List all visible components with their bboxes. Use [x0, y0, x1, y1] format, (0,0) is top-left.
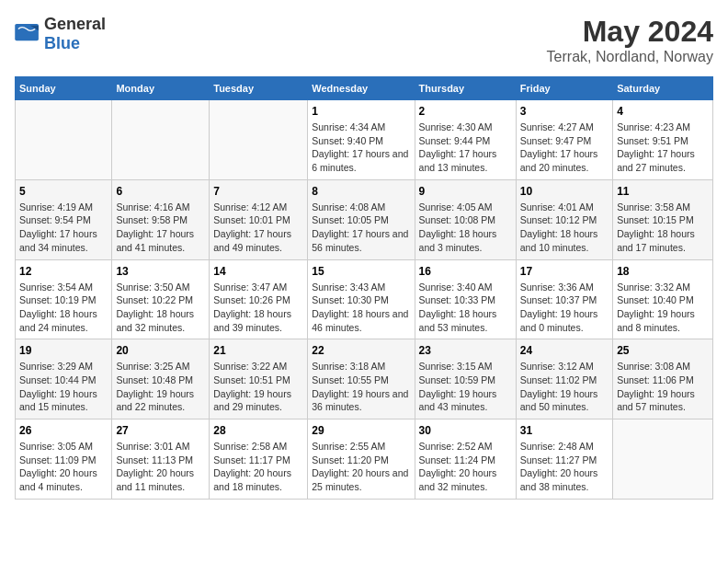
day-cell: 3Sunrise: 4:27 AM Sunset: 9:47 PM Daylig…	[516, 100, 612, 180]
day-cell: 27Sunrise: 3:01 AM Sunset: 11:13 PM Dayl…	[112, 419, 210, 500]
day-detail: Sunrise: 3:43 AM Sunset: 10:30 PM Daylig…	[312, 281, 410, 335]
day-cell: 25Sunrise: 3:08 AM Sunset: 11:06 PM Dayl…	[613, 339, 713, 419]
day-cell	[210, 100, 308, 180]
day-number: 20	[116, 344, 205, 357]
day-cell: 31Sunrise: 2:48 AM Sunset: 11:27 PM Dayl…	[516, 419, 612, 500]
day-detail: Sunrise: 4:27 AM Sunset: 9:47 PM Dayligh…	[520, 121, 609, 175]
day-detail: Sunrise: 4:23 AM Sunset: 9:51 PM Dayligh…	[617, 121, 709, 175]
calendar-body: 1Sunrise: 4:34 AM Sunset: 9:40 PM Daylig…	[16, 100, 713, 500]
day-number: 2	[419, 105, 512, 118]
day-detail: Sunrise: 4:01 AM Sunset: 10:12 PM Daylig…	[520, 201, 609, 255]
day-detail: Sunrise: 3:36 AM Sunset: 10:37 PM Daylig…	[520, 281, 609, 335]
day-detail: Sunrise: 3:15 AM Sunset: 10:59 PM Daylig…	[419, 360, 512, 414]
week-row: 12Sunrise: 3:54 AM Sunset: 10:19 PM Dayl…	[16, 259, 713, 339]
day-detail: Sunrise: 3:29 AM Sunset: 10:44 PM Daylig…	[19, 360, 108, 414]
day-detail: Sunrise: 3:40 AM Sunset: 10:33 PM Daylig…	[419, 281, 512, 335]
logo-blue: Blue	[44, 34, 80, 52]
day-number: 13	[116, 265, 205, 278]
day-detail: Sunrise: 3:54 AM Sunset: 10:19 PM Daylig…	[19, 281, 108, 335]
day-detail: Sunrise: 3:22 AM Sunset: 10:51 PM Daylig…	[213, 360, 303, 414]
day-detail: Sunrise: 4:34 AM Sunset: 9:40 PM Dayligh…	[312, 121, 410, 175]
day-number: 17	[520, 265, 609, 278]
day-cell: 11Sunrise: 3:58 AM Sunset: 10:15 PM Dayl…	[613, 179, 713, 259]
day-cell: 14Sunrise: 3:47 AM Sunset: 10:26 PM Dayl…	[210, 259, 308, 339]
weekday-header: Wednesday	[308, 77, 415, 100]
logo: General Blue	[15, 15, 106, 53]
weekday-header: Friday	[516, 77, 612, 100]
day-cell: 8Sunrise: 4:08 AM Sunset: 10:05 PM Dayli…	[308, 179, 415, 259]
day-number: 30	[419, 424, 512, 437]
weekday-header: Sunday	[16, 77, 112, 100]
weekday-header: Saturday	[613, 77, 713, 100]
day-number: 3	[520, 105, 609, 118]
day-detail: Sunrise: 3:18 AM Sunset: 10:55 PM Daylig…	[312, 360, 410, 414]
day-number: 23	[419, 344, 512, 357]
calendar-header: SundayMondayTuesdayWednesdayThursdayFrid…	[16, 77, 713, 100]
day-cell: 6Sunrise: 4:16 AM Sunset: 9:58 PM Daylig…	[112, 179, 210, 259]
day-number: 21	[213, 344, 303, 357]
weekday-header: Tuesday	[210, 77, 308, 100]
day-cell: 1Sunrise: 4:34 AM Sunset: 9:40 PM Daylig…	[308, 100, 415, 180]
day-cell: 21Sunrise: 3:22 AM Sunset: 10:51 PM Dayl…	[210, 339, 308, 419]
day-detail: Sunrise: 3:25 AM Sunset: 10:48 PM Daylig…	[116, 360, 205, 414]
calendar-table: SundayMondayTuesdayWednesdayThursdayFrid…	[15, 76, 713, 500]
day-cell: 20Sunrise: 3:25 AM Sunset: 10:48 PM Dayl…	[112, 339, 210, 419]
day-cell: 7Sunrise: 4:12 AM Sunset: 10:01 PM Dayli…	[210, 179, 308, 259]
day-cell: 2Sunrise: 4:30 AM Sunset: 9:44 PM Daylig…	[415, 100, 516, 180]
day-number: 8	[312, 185, 410, 198]
day-number: 11	[617, 185, 709, 198]
day-number: 25	[617, 344, 709, 357]
day-cell: 19Sunrise: 3:29 AM Sunset: 10:44 PM Dayl…	[16, 339, 112, 419]
day-number: 15	[312, 265, 410, 278]
day-number: 7	[213, 185, 303, 198]
day-detail: Sunrise: 3:47 AM Sunset: 10:26 PM Daylig…	[213, 281, 303, 335]
day-detail: Sunrise: 2:55 AM Sunset: 11:20 PM Daylig…	[312, 440, 410, 494]
day-number: 1	[312, 105, 410, 118]
header-row: SundayMondayTuesdayWednesdayThursdayFrid…	[16, 77, 713, 100]
day-cell: 28Sunrise: 2:58 AM Sunset: 11:17 PM Dayl…	[210, 419, 308, 500]
day-detail: Sunrise: 2:48 AM Sunset: 11:27 PM Daylig…	[520, 440, 609, 494]
day-cell: 24Sunrise: 3:12 AM Sunset: 11:02 PM Dayl…	[516, 339, 612, 419]
day-number: 29	[312, 424, 410, 437]
day-detail: Sunrise: 4:12 AM Sunset: 10:01 PM Daylig…	[213, 201, 303, 255]
day-number: 6	[116, 185, 205, 198]
day-number: 27	[116, 424, 205, 437]
day-cell	[16, 100, 112, 180]
weekday-header: Monday	[112, 77, 210, 100]
day-detail: Sunrise: 4:05 AM Sunset: 10:08 PM Daylig…	[419, 201, 512, 255]
day-cell: 5Sunrise: 4:19 AM Sunset: 9:54 PM Daylig…	[16, 179, 112, 259]
day-cell: 30Sunrise: 2:52 AM Sunset: 11:24 PM Dayl…	[415, 419, 516, 500]
day-number: 4	[617, 105, 709, 118]
day-cell: 16Sunrise: 3:40 AM Sunset: 10:33 PM Dayl…	[415, 259, 516, 339]
day-detail: Sunrise: 3:58 AM Sunset: 10:15 PM Daylig…	[617, 201, 709, 255]
title-area: May 2024 Terrak, Nordland, Norway	[547, 15, 713, 65]
day-number: 10	[520, 185, 609, 198]
day-detail: Sunrise: 2:58 AM Sunset: 11:17 PM Daylig…	[213, 440, 303, 494]
day-cell	[613, 419, 713, 500]
day-cell: 18Sunrise: 3:32 AM Sunset: 10:40 PM Dayl…	[613, 259, 713, 339]
day-detail: Sunrise: 3:50 AM Sunset: 10:22 PM Daylig…	[116, 281, 205, 335]
main-title: May 2024	[547, 15, 713, 49]
day-detail: Sunrise: 3:08 AM Sunset: 11:06 PM Daylig…	[617, 360, 709, 414]
day-cell: 10Sunrise: 4:01 AM Sunset: 10:12 PM Dayl…	[516, 179, 612, 259]
day-cell: 4Sunrise: 4:23 AM Sunset: 9:51 PM Daylig…	[613, 100, 713, 180]
day-detail: Sunrise: 3:05 AM Sunset: 11:09 PM Daylig…	[19, 440, 108, 494]
day-cell: 15Sunrise: 3:43 AM Sunset: 10:30 PM Dayl…	[308, 259, 415, 339]
day-cell: 23Sunrise: 3:15 AM Sunset: 10:59 PM Dayl…	[415, 339, 516, 419]
day-number: 14	[213, 265, 303, 278]
day-number: 12	[19, 265, 108, 278]
day-cell: 9Sunrise: 4:05 AM Sunset: 10:08 PM Dayli…	[415, 179, 516, 259]
day-cell: 29Sunrise: 2:55 AM Sunset: 11:20 PM Dayl…	[308, 419, 415, 500]
day-detail: Sunrise: 3:01 AM Sunset: 11:13 PM Daylig…	[116, 440, 205, 494]
day-number: 18	[617, 265, 709, 278]
day-cell: 17Sunrise: 3:36 AM Sunset: 10:37 PM Dayl…	[516, 259, 612, 339]
day-cell: 26Sunrise: 3:05 AM Sunset: 11:09 PM Dayl…	[16, 419, 112, 500]
weekday-header: Thursday	[415, 77, 516, 100]
day-detail: Sunrise: 4:30 AM Sunset: 9:44 PM Dayligh…	[419, 121, 512, 175]
day-number: 16	[419, 265, 512, 278]
day-number: 9	[419, 185, 512, 198]
day-number: 24	[520, 344, 609, 357]
logo-text: General Blue	[44, 15, 106, 53]
day-detail: Sunrise: 3:32 AM Sunset: 10:40 PM Daylig…	[617, 281, 709, 335]
day-cell	[112, 100, 210, 180]
